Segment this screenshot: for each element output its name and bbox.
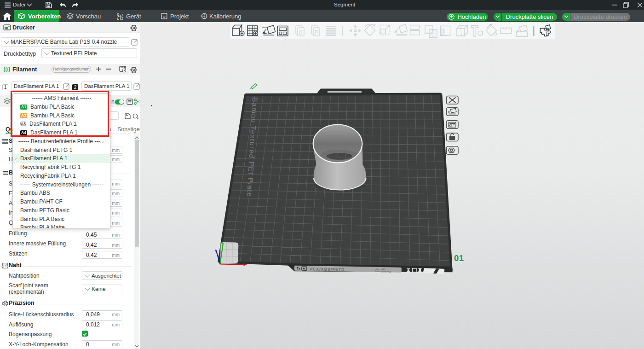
svg-text:P: P — [315, 29, 319, 36]
svg-text:AUTO: AUTO — [262, 26, 268, 29]
svg-text:SURFACE: SURFACE — [381, 271, 392, 273]
svg-text:HOT: HOT — [381, 268, 385, 270]
svg-text:PLA/ABS/PETG: PLA/ABS/PETG — [310, 267, 345, 272]
svg-text:0: 0 — [299, 29, 302, 36]
svg-text:01: 01 — [454, 253, 464, 263]
